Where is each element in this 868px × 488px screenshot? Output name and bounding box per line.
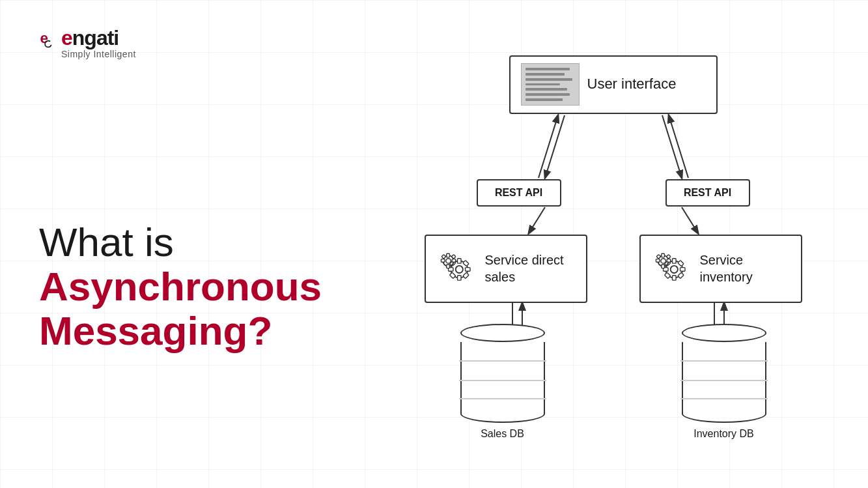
service-direct-sales-box: Service direct sales — [425, 235, 587, 303]
svg-rect-45 — [667, 259, 671, 262]
svg-rect-46 — [656, 254, 661, 259]
ui-interface-box: User interface — [509, 55, 718, 114]
svg-line-7 — [682, 207, 698, 233]
gear-icon-left — [436, 248, 479, 290]
svg-rect-27 — [452, 259, 456, 262]
svg-rect-20 — [449, 272, 455, 278]
logo-brand-rest: ngati — [72, 26, 119, 50]
db-top-ellipse — [460, 324, 545, 342]
logo-row: e engati — [39, 26, 319, 50]
ui-screenshot-icon — [521, 63, 580, 106]
heading-line2: Asynchronous — [39, 265, 319, 309]
svg-point-13 — [455, 265, 462, 272]
inventory-db-label: Inventory DB — [693, 428, 753, 440]
svg-rect-44 — [656, 259, 660, 262]
svg-point-23 — [445, 258, 450, 263]
svg-rect-43 — [661, 265, 664, 268]
svg-rect-42 — [661, 253, 664, 257]
svg-rect-33 — [672, 275, 676, 280]
svg-line-2 — [545, 115, 565, 178]
svg-rect-14 — [457, 258, 461, 263]
svg-rect-28 — [441, 254, 446, 259]
svg-rect-26 — [441, 259, 445, 262]
rest-api-left-box: REST API — [477, 179, 561, 207]
svg-rect-35 — [680, 267, 684, 271]
logo-icon: e — [39, 29, 57, 48]
gear-icon-right — [651, 248, 693, 290]
service-inventory-label: Service inventory — [700, 251, 791, 285]
inventory-db: Inventory DB — [682, 324, 766, 440]
logo-e-letter: e — [61, 26, 72, 50]
heading-line1: What is — [39, 220, 319, 265]
svg-rect-24 — [446, 253, 449, 257]
svg-rect-15 — [457, 275, 461, 280]
logo-area: e engati Simply Intelligent — [39, 26, 319, 59]
svg-rect-37 — [677, 260, 683, 266]
rest-api-right-box: REST API — [665, 179, 750, 207]
svg-line-3 — [539, 115, 558, 178]
svg-rect-32 — [672, 258, 676, 263]
sales-db: Sales DB — [460, 324, 545, 440]
svg-line-4 — [662, 115, 682, 178]
svg-rect-29 — [451, 254, 456, 259]
svg-point-31 — [670, 265, 677, 272]
svg-rect-19 — [462, 260, 468, 266]
ui-label: User interface — [587, 75, 677, 94]
main-heading-area: What is Asynchronous Messaging? — [39, 111, 319, 462]
service-inventory-box: Service inventory — [639, 235, 802, 303]
svg-rect-38 — [664, 272, 670, 278]
rest-api-right-label: REST API — [684, 187, 731, 199]
heading-line3: Messaging? — [39, 309, 319, 353]
svg-text:e: e — [40, 30, 48, 46]
architecture-diagram: User interface REST API REST API — [399, 42, 828, 446]
svg-line-6 — [529, 207, 545, 233]
svg-line-5 — [669, 115, 688, 178]
svg-rect-17 — [465, 267, 469, 271]
tagline: Simply Intelligent — [61, 49, 319, 59]
rest-api-left-label: REST API — [495, 187, 542, 199]
logo-text: engati — [61, 26, 119, 50]
svg-rect-25 — [446, 265, 449, 268]
sales-db-label: Sales DB — [481, 428, 524, 440]
service-direct-sales-label: Service direct sales — [485, 251, 576, 285]
inventory-db-top-ellipse — [682, 324, 766, 342]
left-panel: e engati Simply Intelligent What is Asyn… — [0, 0, 358, 488]
svg-rect-21 — [462, 272, 468, 278]
svg-rect-39 — [677, 272, 683, 278]
svg-rect-47 — [666, 254, 671, 259]
right-panel: User interface REST API REST API — [358, 0, 868, 488]
svg-point-41 — [660, 258, 665, 263]
